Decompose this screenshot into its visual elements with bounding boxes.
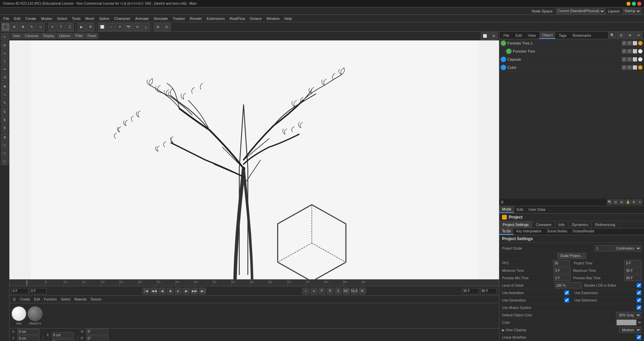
transport-record[interactable]: ● — [302, 288, 309, 294]
maximize-button[interactable] — [632, 2, 636, 6]
end-time-field[interactable] — [480, 288, 497, 294]
om-settings[interactable]: ⚙ — [626, 31, 634, 39]
om-flag-vis4[interactable]: ✓ — [622, 65, 626, 70]
am-tab-dynamics[interactable]: Dynamics — [568, 221, 592, 228]
vp-btn-cameras[interactable]: Cameras — [23, 33, 41, 39]
om-flag-vis2[interactable]: ✓ — [622, 49, 626, 54]
rp-tab-object[interactable]: Object — [539, 32, 555, 39]
tool-move-2[interactable]: ✥ — [1, 83, 8, 90]
om-flag-solo1[interactable] — [633, 41, 637, 46]
scale-project-button[interactable]: Scale Project... — [557, 253, 586, 259]
tool-smooth[interactable]: ⬡ — [1, 149, 8, 157]
tool-rotate-2[interactable]: ↻ — [1, 99, 8, 106]
transport-next-key[interactable]: ▶▶ — [191, 288, 198, 294]
om-flag-rend1[interactable]: ✓ — [627, 41, 632, 46]
menu-select[interactable]: Select — [55, 16, 69, 21]
transport-record-rot[interactable]: R — [327, 288, 333, 294]
vp-settings[interactable]: ⚙ — [490, 32, 498, 40]
coord-x-pos[interactable] — [18, 329, 39, 335]
transport-ikfk[interactable]: IK — [359, 288, 366, 294]
menu-extensions[interactable]: Extensions — [205, 16, 227, 21]
tool-live-selection[interactable]: ◎ — [1, 41, 8, 49]
mat-menu-material[interactable]: Material — [73, 297, 88, 301]
menu-simulate[interactable]: Simulate — [151, 16, 170, 21]
transport-record-pos[interactable]: P — [319, 288, 325, 294]
mat-menu-edit[interactable]: Edit — [33, 297, 41, 301]
material-mat[interactable]: Mat — [11, 306, 26, 325]
use-animation-checkbox[interactable] — [564, 290, 569, 295]
om-item-cube[interactable]: Cube ✓ ✓ — [499, 63, 644, 72]
transport-prev-frame[interactable]: ◀ — [159, 288, 166, 294]
mat-menu-create[interactable]: Create — [19, 297, 31, 301]
coord-x-size[interactable] — [52, 332, 74, 338]
vp-btn-filter[interactable]: Filter — [73, 33, 85, 39]
tool-render[interactable]: ▶ — [78, 23, 86, 31]
use-expression-checkbox[interactable] — [637, 290, 641, 295]
rp-tab-tags[interactable]: Tags — [556, 32, 569, 39]
am-tab-edit-menu[interactable]: Edit — [514, 206, 526, 212]
menu-edit[interactable]: Edit — [12, 16, 23, 21]
tool-object-mode[interactable]: ⊕ — [10, 23, 18, 31]
tool-sphere[interactable]: ○ — [107, 23, 115, 31]
max-time-input[interactable] — [624, 267, 641, 274]
om-item-forestertree[interactable]: Forester Tree ✓ ✓ — [499, 47, 644, 55]
tool-light[interactable]: ☀ — [116, 23, 124, 31]
transport-play[interactable]: ▶ — [175, 288, 182, 294]
coord-y-size[interactable] — [52, 339, 74, 341]
tool-brush[interactable]: ⬡ — [1, 141, 8, 149]
om-flag-solo4[interactable] — [633, 65, 637, 70]
am-filter[interactable]: ⊟ — [613, 199, 618, 205]
am-close[interactable]: ✕ — [637, 199, 643, 205]
tool-erase[interactable]: ⬡ — [1, 158, 8, 165]
coord-y-pos[interactable] — [18, 336, 39, 341]
coord-h-rot[interactable] — [86, 329, 108, 335]
menu-mesh[interactable]: Mesh — [83, 16, 96, 21]
am-subtab-keyinterp[interactable]: Key Interpolation — [514, 228, 544, 235]
mat-menu-select[interactable]: Select — [60, 297, 72, 301]
om-flag-lock1[interactable] — [638, 41, 643, 46]
om-flag-vis3[interactable]: ✓ — [622, 57, 626, 62]
tool-loop-sel[interactable]: ⟲ — [1, 74, 8, 81]
tool-z[interactable]: Z — [66, 23, 74, 31]
om-flag-lock3[interactable] — [638, 57, 643, 62]
tool-cube[interactable]: ⬜ — [98, 23, 106, 31]
vp-btn-options[interactable]: Options — [57, 33, 72, 39]
tool-move[interactable]: ✥ — [19, 23, 27, 31]
om-flag-rend3[interactable]: ✓ — [627, 57, 632, 62]
tool-pointer[interactable]: ↖ — [1, 33, 8, 40]
vp-btn-panel[interactable]: Panel — [86, 33, 98, 39]
rp-tab-edit[interactable]: Edit — [513, 32, 525, 39]
tool-snap[interactable]: ⊡ — [163, 23, 171, 31]
menu-render[interactable]: Render — [188, 16, 204, 21]
tool-spline[interactable]: S — [1, 108, 8, 115]
transport-go-end[interactable]: ▶| — [199, 288, 206, 294]
am-tab-mode[interactable]: Mode — [499, 206, 514, 213]
transport-motion-clip[interactable]: MC — [343, 288, 350, 294]
am-subtab-scenenodes[interactable]: Scene Nodes — [544, 228, 570, 235]
menu-octane[interactable]: Octane — [248, 16, 264, 21]
menu-tools[interactable]: Tools — [70, 16, 83, 21]
om-flag-solo2[interactable] — [633, 49, 637, 54]
rp-tab-file[interactable]: File — [501, 32, 512, 39]
menu-window[interactable]: Window — [264, 16, 282, 21]
tool-rotate[interactable]: ↻ — [28, 23, 36, 31]
om-flag-lock4[interactable] — [638, 65, 643, 70]
tool-y[interactable]: Y — [57, 23, 65, 31]
tool-spline3[interactable]: $ — [1, 124, 8, 132]
am-tab-referencing[interactable]: Referencing — [592, 221, 619, 228]
om-item-forestertree1[interactable]: Forester Tree.1 ✓ ✓ — [499, 39, 644, 47]
om-flag-rend4[interactable]: ✓ — [627, 65, 632, 70]
obj-color-dropdown[interactable]: 60% Gray Custom — [616, 312, 641, 318]
rp-tab-bookmarks[interactable]: Bookmarks — [570, 32, 594, 39]
tool-magnet[interactable]: ⊗ — [1, 133, 8, 141]
tool-poly-pen[interactable]: ✏ — [1, 65, 8, 73]
tool-grid[interactable]: ⊞ — [154, 23, 162, 31]
project-scale-unit[interactable]: Centimeters Meters Inches — [613, 245, 641, 251]
am-tab-cineware[interactable]: Cineware — [532, 221, 555, 228]
coord-p-rot[interactable] — [86, 336, 108, 341]
rp-tab-view[interactable]: View — [525, 32, 539, 39]
am-bookmark[interactable]: ⊕ — [619, 199, 624, 205]
minimize-button[interactable] — [626, 2, 631, 6]
am-settings[interactable]: ⚙ — [631, 199, 637, 205]
om-item-capsule[interactable]: Capsule ✓ ✓ — [499, 55, 644, 63]
